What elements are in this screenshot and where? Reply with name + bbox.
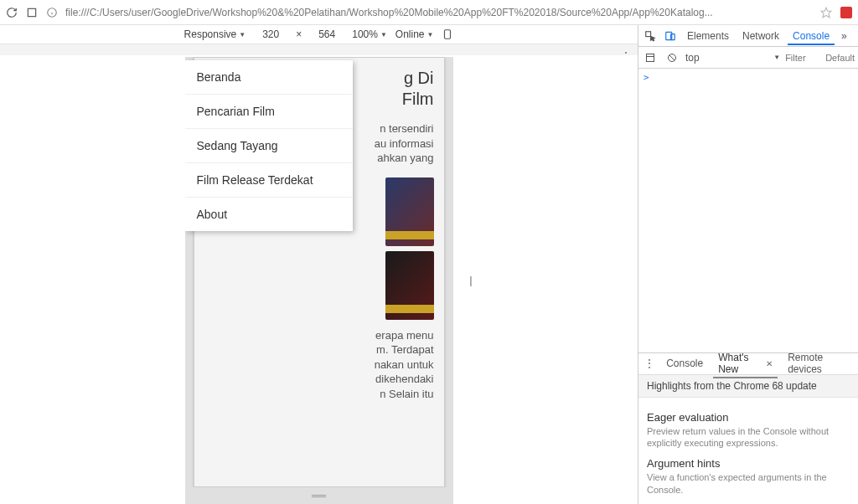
drawer-tabs: ⋮ Console What's New ✕ Remote devices xyxy=(638,353,858,375)
viewport-height-input[interactable] xyxy=(310,28,344,40)
log-level-selector[interactable]: Default xyxy=(825,53,855,63)
nav-home-icon[interactable] xyxy=(25,6,39,19)
extension-icon[interactable] xyxy=(840,6,853,19)
tab-network[interactable]: Network xyxy=(737,27,784,45)
device-area: g Di Film n tersendiri au informasi ahka… xyxy=(0,55,638,504)
menu-item-beranda[interactable]: Beranda xyxy=(185,60,353,95)
app-paragraph-2: erapa menu m. Terdapat nakan untuk dikeh… xyxy=(204,328,434,402)
chevron-down-icon: ▼ xyxy=(380,31,387,39)
movie-poster[interactable] xyxy=(385,177,434,246)
close-icon[interactable]: ✕ xyxy=(766,359,773,368)
rotate-device-button[interactable] xyxy=(442,28,453,40)
console-toolbar: top ▼ Default xyxy=(638,47,858,69)
chevron-down-icon: ▼ xyxy=(773,54,780,61)
device-selector-label: Responsive xyxy=(184,28,237,40)
device-toolbar: Responsive ▼ × 100% ▼ Online ▼ xyxy=(0,25,638,44)
device-mode-pane: Responsive ▼ × 100% ▼ Online ▼ ⋮ xyxy=(0,25,638,504)
whatsnew-section-desc: View a function's expected arguments in … xyxy=(647,471,850,496)
movie-poster[interactable] xyxy=(385,251,434,320)
whatsnew-section-title: Eager evaluation xyxy=(647,411,850,424)
menu-item-pencarian[interactable]: Pencarian Film xyxy=(185,95,353,129)
tab-elements[interactable]: Elements xyxy=(682,27,734,45)
devtools-tabs: Elements Network Console » xyxy=(638,25,858,47)
drawer-tab-remote[interactable]: Remote devices xyxy=(783,348,855,378)
clear-console-icon[interactable] xyxy=(664,49,680,66)
context-selector[interactable]: top ▼ xyxy=(685,52,780,64)
whatsnew-section-desc: Preview return values in the Console wit… xyxy=(647,425,850,450)
svg-rect-5 xyxy=(445,30,451,39)
zoom-value: 100% xyxy=(352,28,378,40)
bookmark-star-icon[interactable] xyxy=(819,6,833,19)
address-bar-text[interactable]: file:///C:/Users/user/GoogleDrive/Worksh… xyxy=(65,7,813,18)
tab-console[interactable]: Console xyxy=(788,27,835,45)
drawer-tab-whatsnew[interactable]: What's New ✕ xyxy=(713,348,778,378)
devtools-drawer: ⋮ Console What's New ✕ Remote devices Hi… xyxy=(638,352,858,504)
device-bottom-drag-handle[interactable]: ══ xyxy=(185,487,453,504)
dimension-separator: × xyxy=(296,28,302,40)
tabs-overflow-icon[interactable]: » xyxy=(838,30,850,42)
chevron-down-icon: ▼ xyxy=(427,31,434,39)
whatsnew-section: Argument hints View a function's expecte… xyxy=(647,457,850,496)
throttle-selector[interactable]: Online ▼ xyxy=(395,28,434,40)
site-info-icon[interactable] xyxy=(45,6,59,19)
toggle-device-toolbar-icon[interactable] xyxy=(662,28,679,44)
inspect-element-icon[interactable] xyxy=(642,28,659,44)
console-filter-input[interactable] xyxy=(785,53,820,63)
context-value: top xyxy=(685,52,700,64)
throttle-value: Online xyxy=(395,28,425,40)
browser-chrome-bar: file:///C:/Users/user/GoogleDrive/Worksh… xyxy=(0,0,858,25)
svg-line-12 xyxy=(669,55,675,60)
drawer-tab-whatsnew-label: What's New xyxy=(718,352,762,375)
whatsnew-section: Eager evaluation Preview return values i… xyxy=(647,411,850,450)
whatsnew-section-title: Argument hints xyxy=(647,457,850,470)
device-selector[interactable]: Responsive ▼ xyxy=(184,28,246,40)
svg-marker-4 xyxy=(821,8,831,18)
device-frame: g Di Film n tersendiri au informasi ahka… xyxy=(185,57,453,504)
svg-rect-6 xyxy=(646,31,651,36)
zoom-selector[interactable]: 100% ▼ xyxy=(352,28,387,40)
viewport-width-input[interactable] xyxy=(254,28,287,40)
menu-item-tayang[interactable]: Sedang Tayang xyxy=(185,129,353,163)
device-ruler xyxy=(0,44,638,55)
svg-rect-9 xyxy=(647,54,654,61)
drawer-more-icon[interactable]: ⋮ xyxy=(642,355,656,372)
menu-item-about[interactable]: About xyxy=(185,198,353,231)
console-sidebar-toggle-icon[interactable] xyxy=(642,49,659,66)
console-prompt-caret: > xyxy=(644,72,649,83)
menu-item-release[interactable]: Film Release Terdekat xyxy=(185,163,353,198)
chevron-down-icon: ▼ xyxy=(239,31,246,39)
devtools-panel: Elements Network Console » top ▼ Default… xyxy=(638,25,858,504)
nav-dropdown-menu: Beranda Pencarian Film Sedang Tayang Fil… xyxy=(185,60,353,231)
whatsnew-body: Eager evaluation Preview return values i… xyxy=(638,398,858,504)
drawer-tab-console[interactable]: Console xyxy=(661,354,708,373)
nav-reload-icon[interactable] xyxy=(5,6,18,19)
app-viewport: g Di Film n tersendiri au informasi ahka… xyxy=(185,57,453,487)
svg-rect-0 xyxy=(28,8,35,16)
console-output[interactable]: > xyxy=(638,69,858,352)
